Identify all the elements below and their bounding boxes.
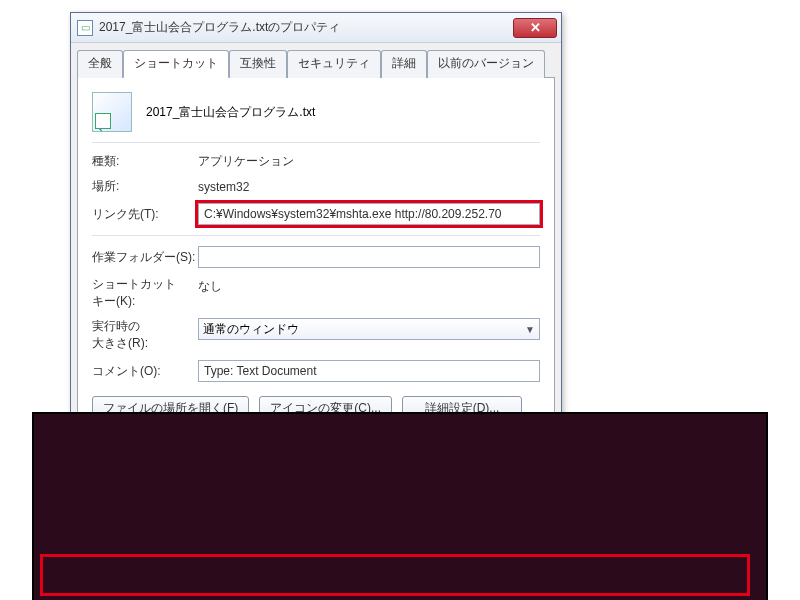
comment-input[interactable] bbox=[198, 360, 540, 382]
tab-panel: 2017_富士山会合プログラム.txt 種類: アプリケーション 場所: sys… bbox=[77, 77, 555, 436]
shortcut-icon bbox=[92, 92, 132, 132]
titlebar[interactable]: ▭ 2017_富士山会合プログラム.txtのプロパティ ✕ bbox=[71, 13, 561, 43]
tab-details[interactable]: 詳細 bbox=[381, 50, 427, 78]
hotkey-label: ショートカット キー(K): bbox=[92, 276, 198, 310]
type-label: 種類: bbox=[92, 153, 198, 170]
terminal-output: Link information: Creation time : Not se… bbox=[32, 412, 768, 600]
comment-label: コメント(O): bbox=[92, 363, 198, 380]
tab-strip: 全般 ショートカット 互換性 セキュリティ 詳細 以前のバージョン bbox=[71, 43, 561, 77]
properties-dialog: ▭ 2017_富士山会合プログラム.txtのプロパティ ✕ 全般 ショートカット… bbox=[70, 12, 562, 443]
tab-security[interactable]: セキュリティ bbox=[287, 50, 381, 78]
file-icon: ▭ bbox=[77, 20, 93, 36]
run-label: 実行時の 大きさ(R): bbox=[92, 318, 198, 352]
workdir-label: 作業フォルダー(S): bbox=[92, 249, 198, 266]
tab-shortcut[interactable]: ショートカット bbox=[123, 50, 229, 78]
filename-label: 2017_富士山会合プログラム.txt bbox=[146, 104, 315, 121]
hotkey-value: なし bbox=[198, 276, 540, 295]
location-value: system32 bbox=[198, 180, 540, 194]
chevron-down-icon: ▼ bbox=[525, 324, 535, 335]
type-value: アプリケーション bbox=[198, 153, 540, 170]
tab-prev-versions[interactable]: 以前のバージョン bbox=[427, 50, 545, 78]
target-input[interactable] bbox=[198, 203, 540, 225]
run-select-value: 通常のウィンドウ bbox=[203, 321, 299, 338]
run-select[interactable]: 通常のウィンドウ ▼ bbox=[198, 318, 540, 340]
location-label: 場所: bbox=[92, 178, 198, 195]
target-label: リンク先(T): bbox=[92, 206, 198, 223]
tab-compat[interactable]: 互換性 bbox=[229, 50, 287, 78]
tab-general[interactable]: 全般 bbox=[77, 50, 123, 78]
close-button[interactable]: ✕ bbox=[513, 18, 557, 38]
window-title: 2017_富士山会合プログラム.txtのプロパティ bbox=[99, 19, 513, 36]
terminal-highlight-box bbox=[40, 554, 750, 596]
workdir-input[interactable] bbox=[198, 246, 540, 268]
